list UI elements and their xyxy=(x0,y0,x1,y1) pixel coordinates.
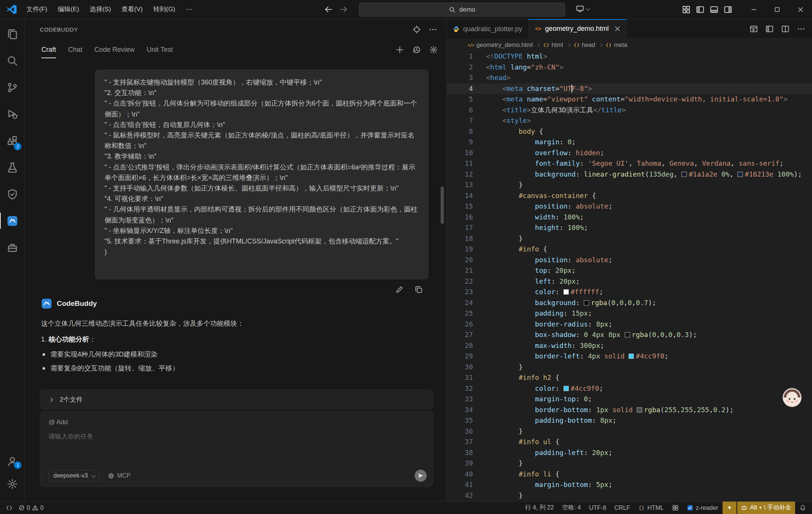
code-line-32[interactable]: 32 color: #4cc9f0; xyxy=(447,383,812,394)
code-line-12[interactable]: 12 background: linear-gradient(135deg, #… xyxy=(447,169,812,180)
code-line-26[interactable]: 26 border-radius: 8px; xyxy=(447,319,812,330)
code-line-2[interactable]: 2<html lang="zh-CN"> xyxy=(447,62,812,73)
code-line-17[interactable]: 17 height: 100%; xyxy=(447,222,812,233)
status-ai-sparkle[interactable] xyxy=(723,502,736,514)
code-line-27[interactable]: 27 box-shadow: 0 4px 8px rgba(0,0,0,0.3)… xyxy=(447,330,812,340)
code-line-38[interactable]: 38 padding-left: 20px; xyxy=(447,447,812,458)
code-line-41[interactable]: 41 margin-bottom: 5px; xyxy=(447,479,812,490)
status-manual-completion[interactable]: Alt + \ 手动补全 xyxy=(737,502,795,514)
code-line-37[interactable]: 37 #info ul { xyxy=(447,437,812,447)
editor-tab-geometry_demo.html[interactable]: <>geometry_demo.html xyxy=(529,19,627,39)
menu-item-4[interactable]: 转到(G) xyxy=(148,2,181,17)
code-line-24[interactable]: 24 background: rgba(0,0,0,0.7); xyxy=(447,298,812,308)
close-button[interactable] xyxy=(789,0,812,19)
code-editor[interactable]: 1<!DOCTYPE html>2<html lang="zh-CN">3<he… xyxy=(447,51,812,501)
panel-tab-craft[interactable]: Craft xyxy=(41,46,56,55)
code-line-8[interactable]: 8 body { xyxy=(447,126,812,137)
code-line-14[interactable]: 14 #canvas-container { xyxy=(447,190,812,201)
minimize-button[interactable] xyxy=(742,0,765,19)
model-selector[interactable]: deepseek-v3 xyxy=(48,470,100,481)
remote-indicator[interactable] xyxy=(4,502,15,514)
code-line-34[interactable]: 34 border-bottom: 1px solid rgba(255,255… xyxy=(447,405,812,416)
status-cursor-position[interactable]: 行 4, 列 22 xyxy=(521,502,557,514)
code-line-33[interactable]: 33 margin-top: 0; xyxy=(447,394,812,405)
customize-layout-icon[interactable] xyxy=(682,5,691,14)
activity-item-run-debug[interactable] xyxy=(0,101,24,127)
activity-item-extensions[interactable]: 2 xyxy=(0,127,24,154)
code-line-19[interactable]: 19 #info { xyxy=(447,244,812,255)
task-input[interactable]: 请输入你的任务 xyxy=(48,432,424,441)
assistant-avatar[interactable] xyxy=(782,388,802,407)
code-line-10[interactable]: 10 overflow: hidden; xyxy=(447,148,812,159)
status-z-reader[interactable]: z-reader xyxy=(683,502,722,514)
open-preview-icon[interactable] xyxy=(750,25,758,33)
toggle-panel-icon[interactable] xyxy=(710,5,718,14)
task-composer[interactable]: @ Add 请输入你的任务 deepseek-v3 MCP xyxy=(40,411,433,487)
problems-indicator[interactable]: 0 0 xyxy=(17,502,45,514)
editor-more-icon[interactable] xyxy=(797,25,805,33)
panel-tab-code-review[interactable]: Code Review xyxy=(94,46,135,55)
code-line-40[interactable]: 40 #info li { xyxy=(447,469,812,480)
status-indentation[interactable]: 空格: 4 xyxy=(558,502,585,514)
code-line-28[interactable]: 28 max-width: 300px; xyxy=(447,340,812,351)
command-center-search[interactable]: demo xyxy=(359,3,565,17)
code-line-3[interactable]: 3<head> xyxy=(447,73,812,83)
panel-settings-icon[interactable] xyxy=(429,45,438,54)
code-line-22[interactable]: 22 left: 20px; xyxy=(447,276,812,287)
edit-message-icon[interactable] xyxy=(395,285,404,294)
status-eol[interactable]: CRLF xyxy=(611,502,634,514)
tab-close-icon[interactable] xyxy=(614,26,621,32)
code-line-29[interactable]: 29 border-left: 4px solid #4cc9f0; xyxy=(447,351,812,362)
code-line-30[interactable]: 30 } xyxy=(447,362,812,373)
code-line-35[interactable]: 35 padding-bottom: 8px; xyxy=(447,415,812,426)
breadcrumb[interactable]: </>geometry_demo.htmlhtmlheadmeta xyxy=(447,39,812,51)
focus-target-icon[interactable] xyxy=(412,25,421,34)
panel-more-icon[interactable] xyxy=(429,25,437,34)
code-line-39[interactable]: 39 } xyxy=(447,458,812,469)
menu-item-3[interactable]: 查看(V) xyxy=(116,2,148,17)
status-language-mode[interactable]: {}HTML xyxy=(635,502,668,514)
code-line-16[interactable]: 16 width: 100%; xyxy=(447,212,812,223)
maximize-button[interactable] xyxy=(765,0,789,19)
menu-item-0[interactable]: 文件(F) xyxy=(21,2,53,17)
new-session-icon[interactable] xyxy=(395,45,404,54)
code-line-11[interactable]: 11 font-family: 'Segoe UI', Tahoma, Gene… xyxy=(447,158,812,169)
menu-item-1[interactable]: 编辑(E) xyxy=(53,2,85,17)
status-notifications[interactable] xyxy=(796,502,810,514)
editor-layout-icon[interactable] xyxy=(765,25,774,33)
breadcrumb-item-head[interactable]: head xyxy=(574,42,595,48)
breadcrumb-item-meta[interactable]: meta xyxy=(606,42,627,48)
history-icon[interactable] xyxy=(412,45,421,54)
code-line-15[interactable]: 15 position: absolute; xyxy=(447,201,812,212)
toggle-sidebar-icon[interactable] xyxy=(696,5,704,14)
user-prompt-message[interactable]: " - 支持鼠标左键拖动旋转模型（360度视角），右键缩放，中键平移；\n""2… xyxy=(95,70,429,280)
remote-window-button[interactable] xyxy=(576,5,589,13)
toggle-secondary-sidebar-icon[interactable] xyxy=(724,5,732,14)
panel-scrollbar[interactable] xyxy=(441,186,444,224)
menu-item-5[interactable]: ⋯ xyxy=(180,2,197,17)
status-keyboard-layout[interactable] xyxy=(668,502,682,514)
activity-item-accounts[interactable]: 1 xyxy=(0,450,24,473)
code-line-9[interactable]: 9 margin: 0; xyxy=(447,137,812,148)
split-editor-icon[interactable] xyxy=(781,25,789,33)
activity-item-testing[interactable] xyxy=(0,154,24,181)
code-line-1[interactable]: 1<!DOCTYPE html> xyxy=(447,51,812,62)
code-line-6[interactable]: 6 <title>立体几何3D演示工具</title> xyxy=(447,105,812,116)
editor-tab-quadratic_plotter.py[interactable]: quadratic_plotter.py xyxy=(447,19,529,39)
breadcrumb-item-geometry_demo.html[interactable]: </>geometry_demo.html xyxy=(468,42,533,48)
code-line-25[interactable]: 25 padding: 15px; xyxy=(447,308,812,319)
send-button[interactable] xyxy=(415,470,427,482)
code-line-7[interactable]: 7 <style> xyxy=(447,115,812,126)
code-line-23[interactable]: 23 color: #ffffff; xyxy=(447,287,812,298)
activity-item-settings[interactable] xyxy=(0,473,24,495)
code-line-4[interactable]: 4 <meta charset="UTF-8"> xyxy=(447,83,812,94)
code-line-36[interactable]: 36 } xyxy=(447,426,812,437)
code-line-20[interactable]: 20 position: absolute; xyxy=(447,255,812,266)
files-collapsible[interactable]: 2个文件 xyxy=(40,390,433,410)
code-line-5[interactable]: 5 <meta name="viewport" content="width=d… xyxy=(447,94,812,105)
activity-item-explorer[interactable] xyxy=(0,21,24,47)
code-line-13[interactable]: 13 } xyxy=(447,180,812,190)
code-line-18[interactable]: 18 } xyxy=(447,233,812,244)
add-context-button[interactable]: @ Add xyxy=(48,419,424,426)
mcp-button[interactable]: MCP xyxy=(108,472,131,479)
